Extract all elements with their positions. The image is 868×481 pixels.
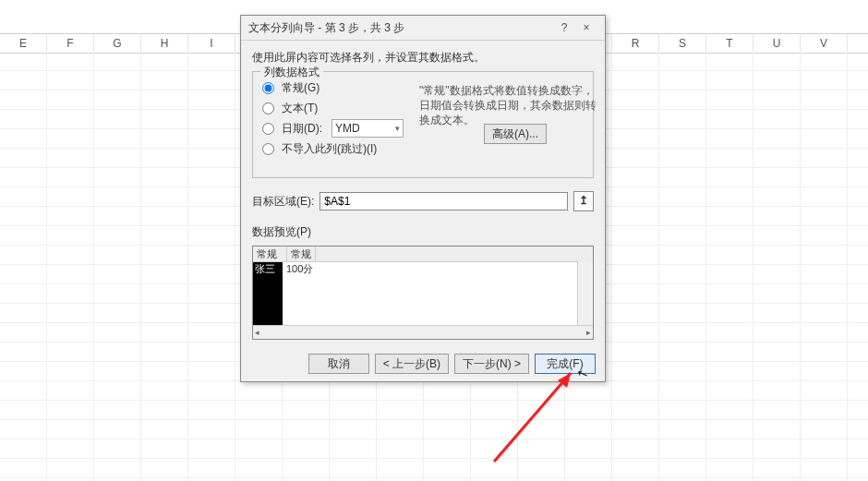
radio-general-input[interactable] (262, 82, 274, 94)
radio-general-label: 常规(G) (282, 80, 319, 96)
back-button[interactable]: < 上一步(B) (375, 354, 449, 374)
help-button[interactable]: ? (553, 16, 575, 40)
column-header[interactable]: U (753, 34, 801, 53)
close-button[interactable]: × (575, 16, 597, 40)
destination-label: 目标区域(E): (252, 194, 314, 210)
column-format-group: 列数据格式 常规(G) 文本(T) 日期(D): YMD ▾ 不导入此列(跳过)… (252, 71, 594, 178)
range-picker-icon[interactable]: ↥ (573, 191, 594, 211)
preview-label: 数据预览(P) (252, 224, 594, 240)
column-header[interactable]: E (0, 34, 47, 53)
radio-date-label: 日期(D): (282, 121, 322, 137)
column-header[interactable]: G (94, 34, 141, 53)
preview-hscroll[interactable]: ◂▸ (253, 325, 593, 339)
data-preview: 常规 常规 张三 100分 ◂▸ (252, 246, 594, 340)
text-to-columns-dialog: 文本分列向导 - 第 3 步，共 3 步 ? × 使用此屏内容可选择各列，并设置… (240, 15, 606, 382)
column-header[interactable]: R (612, 34, 659, 53)
group-legend: 列数据格式 (260, 65, 323, 80)
radio-skip-input[interactable] (262, 143, 274, 155)
format-description: "常规"数据格式将数值转换成数字，日期值会转换成日期，其余数据则转换成文本。 (419, 83, 599, 127)
destination-row: 目标区域(E): ↥ (252, 191, 594, 211)
column-header[interactable]: H (141, 34, 188, 53)
radio-date-input[interactable] (262, 123, 274, 135)
preview-header-1: 常规 (253, 247, 287, 261)
column-header[interactable]: V (801, 34, 848, 53)
date-format-select[interactable]: YMD ▾ (332, 119, 404, 138)
column-header[interactable]: S (659, 34, 706, 53)
next-button[interactable]: 下一步(N) > (454, 354, 529, 374)
preview-header: 常规 常规 (253, 247, 593, 262)
date-format-value: YMD (335, 122, 360, 135)
radio-text-input[interactable] (262, 102, 274, 114)
radio-skip-label: 不导入此列(跳过)(I) (282, 141, 377, 157)
dialog-titlebar: 文本分列向导 - 第 3 步，共 3 步 ? × (241, 16, 605, 41)
dialog-buttons: 取消 < 上一步(B) 下一步(N) > 完成(F) (308, 354, 596, 374)
chevron-down-icon: ▾ (395, 124, 400, 133)
column-header[interactable]: I (188, 34, 235, 53)
column-header[interactable]: F (47, 34, 94, 53)
dialog-title: 文本分列向导 - 第 3 步，共 3 步 (248, 16, 553, 40)
preview-vscroll[interactable] (577, 261, 593, 326)
radio-text-label: 文本(T) (282, 101, 318, 116)
column-header[interactable]: T (706, 34, 753, 53)
destination-input[interactable] (319, 192, 568, 210)
cancel-button[interactable]: 取消 (308, 354, 369, 374)
preview-header-2: 常规 (287, 247, 316, 261)
dialog-instruction: 使用此屏内容可选择各列，并设置其数据格式。 (252, 50, 594, 66)
advanced-button[interactable]: 高级(A)... (484, 124, 547, 144)
